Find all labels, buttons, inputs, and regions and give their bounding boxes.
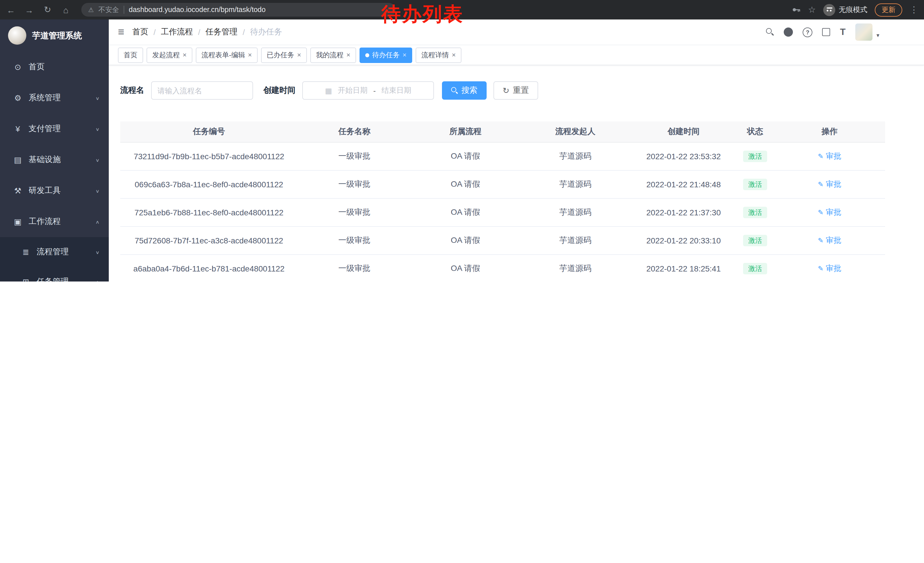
date-range-picker[interactable]: ▦ 开始日期 - 结束日期	[302, 81, 434, 100]
browser-reload-icon[interactable]: ↻	[42, 5, 52, 15]
cell-actions: ✎审批	[774, 179, 885, 189]
approve-link[interactable]: ✎审批	[818, 151, 841, 162]
tab-form-edit[interactable]: 流程表单-编辑 ×	[196, 47, 258, 63]
approve-link[interactable]: ✎审批	[818, 236, 841, 246]
tab-start-process[interactable]: 发起流程 ×	[147, 47, 192, 63]
browser-forward-icon[interactable]: →	[24, 5, 34, 15]
sidebar-item-system-mgmt[interactable]: ⚙ 系统管理 ∨	[0, 83, 109, 113]
sidebar-item-task-mgmt[interactable]: ⊞ 任务管理 ∧	[0, 267, 109, 281]
approve-link[interactable]: ✎审批	[818, 179, 841, 189]
update-button[interactable]: 更新	[875, 3, 902, 17]
cell-created: 2022-01-22 20:33:10	[631, 236, 736, 245]
sidebar-item-process-mgmt[interactable]: ≣ 流程管理 ∨	[0, 237, 109, 267]
help-icon[interactable]: ?	[802, 27, 812, 37]
cell-task-name: 一级审批	[298, 179, 411, 189]
sidebar-collapse-icon[interactable]: ≡	[118, 26, 124, 38]
sidebar-item-label: 支付管理	[28, 124, 61, 134]
cell-process: OA 请假	[411, 151, 520, 162]
key-icon[interactable]	[792, 5, 801, 14]
close-icon[interactable]: ×	[183, 51, 187, 59]
breadcrumb: 首页 / 工作流程 / 任务管理 / 待办任务	[132, 27, 282, 37]
process-name-input[interactable]	[151, 81, 253, 100]
search-button[interactable]: 搜索	[442, 81, 487, 100]
tab-label: 我的流程	[316, 50, 344, 60]
sidebar-item-devtools[interactable]: ⚒ 研发工具 ∨	[0, 175, 109, 206]
cell-status: 激活	[736, 151, 774, 162]
yen-icon: ¥	[13, 124, 23, 134]
chevron-down-icon: ∨	[95, 188, 100, 193]
font-size-icon[interactable]: T	[840, 27, 846, 37]
col-process: 所属流程	[411, 126, 520, 137]
sidebar-item-infrastructure[interactable]: ▤ 基础设施 ∨	[0, 144, 109, 175]
header-actions: ? T ▾	[766, 24, 879, 41]
tab-done-tasks[interactable]: 已办任务 ×	[261, 47, 307, 63]
tab-label: 待办任务	[372, 50, 400, 60]
page-content: 流程名 创建时间 ▦ 开始日期 - 结束日期 搜索 ↻	[109, 65, 924, 281]
close-icon[interactable]: ×	[346, 51, 350, 59]
close-icon[interactable]: ×	[452, 51, 456, 59]
sidebar-item-label: 任务管理	[37, 277, 69, 281]
sidebar-item-workflow[interactable]: ▣ 工作流程 ∧	[0, 206, 109, 237]
process-name-label: 流程名	[120, 86, 144, 96]
chevron-down-icon: ∨	[95, 126, 100, 131]
approve-label: 审批	[826, 207, 841, 218]
browser-back-icon[interactable]: ←	[6, 5, 16, 15]
app-logo-row[interactable]: 芋道管理系统	[0, 20, 109, 51]
url-bar[interactable]: ⚠ 不安全 dashboard.yudao.iocoder.cn/bpm/tas…	[81, 3, 396, 17]
fullscreen-icon[interactable]	[822, 28, 830, 36]
breadcrumb-workflow[interactable]: 工作流程	[161, 27, 193, 37]
sidebar-item-label: 基础设施	[28, 155, 61, 165]
cell-created: 2022-01-22 21:37:30	[631, 208, 736, 217]
cell-status: 激活	[736, 263, 774, 274]
infrastructure-icon: ▤	[13, 155, 23, 164]
cell-status: 激活	[736, 207, 774, 218]
app-header: ≡ 首页 / 工作流程 / 任务管理 / 待办任务 ? T	[109, 20, 924, 45]
search-button-label: 搜索	[461, 86, 477, 96]
approve-label: 审批	[826, 236, 841, 246]
breadcrumb-task-mgmt[interactable]: 任务管理	[206, 27, 238, 37]
status-badge: 激活	[743, 235, 767, 246]
approve-link[interactable]: ✎审批	[818, 263, 841, 274]
cell-task-id: a6aba0a4-7b6d-11ec-b781-acde48001122	[120, 264, 298, 273]
chevron-down-icon: ∨	[95, 95, 100, 101]
cell-task-id: 73211d9d-7b9b-11ec-b5b7-acde48001122	[120, 152, 298, 161]
edit-icon: ✎	[818, 152, 824, 161]
close-icon[interactable]: ×	[248, 51, 252, 59]
browser-home-icon[interactable]: ⌂	[61, 5, 71, 15]
approve-label: 审批	[826, 179, 841, 189]
org-icon: ⊞	[21, 277, 31, 281]
breadcrumb-separator: /	[153, 27, 156, 37]
table-row: 725a1eb6-7b88-11ec-8ef0-acde48001122 一级审…	[120, 199, 885, 227]
close-icon[interactable]: ×	[402, 51, 406, 59]
sidebar-item-label: 流程管理	[37, 247, 69, 257]
chevron-down-icon: ∨	[95, 249, 100, 255]
github-icon[interactable]	[784, 27, 793, 37]
reset-button[interactable]: ↻ 重置	[494, 81, 538, 100]
sidebar-item-payment-mgmt[interactable]: ¥ 支付管理 ∨	[0, 113, 109, 144]
cell-actions: ✎审批	[774, 151, 885, 162]
cell-actions: ✎审批	[774, 263, 885, 274]
bookmark-star-icon[interactable]: ☆	[808, 5, 816, 15]
breadcrumb-home[interactable]: 首页	[132, 27, 148, 37]
chevron-up-icon: ∧	[95, 279, 100, 281]
cell-initiator: 芋道源码	[520, 151, 631, 162]
table-row: 75d72608-7b7f-11ec-a3c8-acde48001122 一级审…	[120, 227, 885, 255]
tab-my-processes[interactable]: 我的流程 ×	[310, 47, 356, 63]
sidebar-item-home[interactable]: ⊙ 首页	[0, 51, 109, 83]
tab-todo-tasks[interactable]: 待办任务 ×	[360, 47, 412, 63]
close-icon[interactable]: ×	[297, 51, 301, 59]
filter-row: 流程名 创建时间 ▦ 开始日期 - 结束日期 搜索 ↻	[120, 81, 885, 100]
approve-link[interactable]: ✎审批	[818, 207, 841, 218]
warning-icon: ⚠	[88, 6, 94, 14]
browser-menu-icon[interactable]: ⋮	[910, 5, 918, 15]
refresh-icon: ↻	[502, 86, 509, 95]
user-avatar[interactable]	[855, 24, 873, 41]
avatar-caret-icon[interactable]: ▾	[876, 32, 879, 38]
cell-task-id: 725a1eb6-7b88-11ec-8ef0-acde48001122	[120, 208, 298, 217]
tab-home[interactable]: 首页	[118, 47, 143, 63]
search-icon[interactable]	[766, 28, 774, 36]
tab-process-detail[interactable]: 流程详情 ×	[416, 47, 461, 63]
cell-initiator: 芋道源码	[520, 263, 631, 274]
incognito-label: 无痕模式	[839, 5, 867, 15]
approve-label: 审批	[826, 263, 841, 274]
